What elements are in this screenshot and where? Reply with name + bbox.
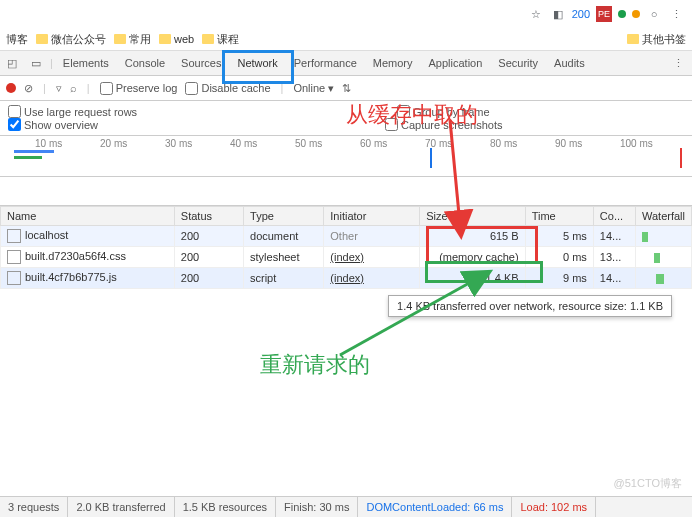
menu-icon[interactable]: ⋮ bbox=[668, 6, 684, 22]
bookmark-folder[interactable]: 课程 bbox=[202, 32, 239, 47]
status-resources: 1.5 KB resources bbox=[175, 497, 276, 517]
bookmark-item[interactable]: 博客 bbox=[6, 32, 28, 47]
arrow-icon bbox=[330, 275, 490, 355]
tab-security[interactable]: Security bbox=[490, 51, 546, 75]
throttle-icon[interactable]: ⇅ bbox=[342, 82, 351, 95]
folder-icon bbox=[202, 34, 214, 44]
file-icon bbox=[7, 229, 21, 243]
folder-icon bbox=[114, 34, 126, 44]
timeline-tick: 50 ms bbox=[295, 138, 322, 149]
network-toolbar: ⊘ | ▿ ⌕ | Preserve log Disable cache | O… bbox=[0, 76, 692, 101]
other-bookmarks[interactable]: 其他书签 bbox=[627, 32, 686, 47]
arrow-icon bbox=[430, 120, 470, 230]
devtools-tabs: ◰ ▭ | Elements Console Sources Network P… bbox=[0, 51, 692, 76]
timeline-tick: 60 ms bbox=[360, 138, 387, 149]
status-finish: Finish: 30 ms bbox=[276, 497, 358, 517]
status-load: Load: 102 ms bbox=[512, 497, 596, 517]
star-icon[interactable]: ☆ bbox=[528, 6, 544, 22]
timeline-bar bbox=[14, 156, 42, 159]
waterfall-bar bbox=[642, 232, 648, 242]
timeline-tick: 10 ms bbox=[35, 138, 62, 149]
timeline-tick: 100 ms bbox=[620, 138, 653, 149]
svg-line-0 bbox=[450, 120, 460, 225]
waterfall-bar bbox=[654, 253, 660, 263]
timeline-bar bbox=[14, 150, 54, 153]
col-type[interactable]: Type bbox=[244, 207, 324, 226]
timeline-tick: 30 ms bbox=[165, 138, 192, 149]
clear-icon[interactable]: ⊘ bbox=[24, 82, 33, 95]
status-requests: 3 requests bbox=[0, 497, 68, 517]
show-overview-checkbox[interactable]: Show overview bbox=[8, 118, 98, 131]
record-button[interactable] bbox=[6, 83, 16, 93]
timeline-tick: 20 ms bbox=[100, 138, 127, 149]
status-dot-green-icon bbox=[618, 10, 626, 18]
status-dom: DOMContentLoaded: 66 ms bbox=[358, 497, 512, 517]
profile-icon[interactable]: ○ bbox=[646, 6, 662, 22]
devtools-more-icon[interactable]: ⋮ bbox=[665, 57, 692, 70]
large-rows-checkbox[interactable]: Use large request rows bbox=[8, 105, 137, 118]
tab-performance[interactable]: Performance bbox=[286, 51, 365, 75]
col-name[interactable]: Name bbox=[1, 207, 175, 226]
tab-network[interactable]: Network bbox=[229, 51, 285, 75]
waterfall-bar bbox=[656, 274, 664, 284]
tab-console[interactable]: Console bbox=[117, 51, 173, 75]
timeline-tick: 80 ms bbox=[490, 138, 517, 149]
bookmark-folder[interactable]: web bbox=[159, 33, 194, 45]
col-status[interactable]: Status bbox=[174, 207, 243, 226]
table-row[interactable]: localhost 200 document Other 615 B 5 ms … bbox=[1, 226, 692, 247]
file-icon bbox=[7, 250, 21, 264]
tab-application[interactable]: Application bbox=[421, 51, 491, 75]
tab-audits[interactable]: Audits bbox=[546, 51, 593, 75]
annotation-highlight bbox=[426, 226, 538, 264]
folder-icon bbox=[159, 34, 171, 44]
table-row[interactable]: built.d7230a56f4.css 200 stylesheet (ind… bbox=[1, 247, 692, 268]
watermark: @51CTO博客 bbox=[614, 476, 682, 491]
ext-count: 200 bbox=[572, 8, 590, 20]
apps-icon[interactable]: ◧ bbox=[550, 6, 566, 22]
folder-icon bbox=[36, 34, 48, 44]
col-initiator[interactable]: Initiator bbox=[324, 207, 420, 226]
col-connection[interactable]: Co... bbox=[593, 207, 635, 226]
search-icon[interactable]: ⌕ bbox=[70, 82, 77, 94]
timeline-tick: 90 ms bbox=[555, 138, 582, 149]
col-time[interactable]: Time bbox=[525, 207, 593, 226]
inspect-icon[interactable]: ◰ bbox=[0, 57, 24, 70]
timeline-tick: 40 ms bbox=[230, 138, 257, 149]
tab-sources[interactable]: Sources bbox=[173, 51, 229, 75]
bookmark-folder[interactable]: 微信公众号 bbox=[36, 32, 106, 47]
pe-extension-icon[interactable]: PE bbox=[596, 6, 612, 22]
bookmarks-bar: 博客 微信公众号 常用 web 课程 其他书签 bbox=[0, 28, 692, 51]
browser-toolbar: ☆ ◧ 200 PE ○ ⋮ bbox=[0, 0, 692, 28]
svg-line-1 bbox=[340, 277, 480, 355]
online-select[interactable]: Online ▾ bbox=[293, 82, 334, 95]
status-dot-orange-icon bbox=[632, 10, 640, 18]
spacer bbox=[0, 177, 692, 206]
status-bar: 3 requests 2.0 KB transferred 1.5 KB res… bbox=[0, 496, 692, 517]
device-icon[interactable]: ▭ bbox=[24, 57, 48, 70]
tab-elements[interactable]: Elements bbox=[55, 51, 117, 75]
filter-icon[interactable]: ▿ bbox=[56, 82, 62, 95]
timeline-overview[interactable]: 10 ms 20 ms 30 ms 40 ms 50 ms 60 ms 70 m… bbox=[0, 136, 692, 177]
folder-icon bbox=[627, 34, 639, 44]
tab-memory[interactable]: Memory bbox=[365, 51, 421, 75]
load-marker bbox=[680, 148, 682, 168]
disable-cache-checkbox[interactable]: Disable cache bbox=[185, 82, 270, 95]
preserve-log-checkbox[interactable]: Preserve log bbox=[100, 82, 178, 95]
bookmark-folder[interactable]: 常用 bbox=[114, 32, 151, 47]
status-transferred: 2.0 KB transferred bbox=[68, 497, 174, 517]
file-icon bbox=[7, 271, 21, 285]
col-waterfall[interactable]: Waterfall bbox=[636, 207, 692, 226]
